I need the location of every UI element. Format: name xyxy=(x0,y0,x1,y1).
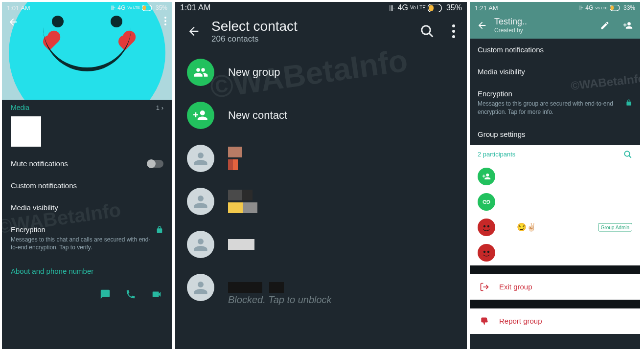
video-call-icon[interactable] xyxy=(151,289,162,300)
status-bar: 1:01 AM ⊪ 4G Vo LTE 35% xyxy=(2,2,172,14)
settings-list: Custom notifications Media visibility En… xyxy=(470,39,640,145)
toolbar: Select contact 206 contacts xyxy=(175,14,467,51)
admin-badge: Group Admin xyxy=(598,223,632,231)
new-group-row[interactable]: New group xyxy=(175,51,467,94)
report-group-label: Report group xyxy=(499,317,542,325)
toolbar-subtitle: 206 contacts xyxy=(211,34,298,44)
encryption-label: Encryption xyxy=(478,89,632,98)
volte-label: Vo LTE xyxy=(127,6,140,10)
encryption-row[interactable]: Encryption Messages to this chat and cal… xyxy=(2,219,172,258)
network-label: 4G xyxy=(585,4,593,11)
search-icon[interactable] xyxy=(623,150,632,159)
custom-notifications-row[interactable]: Custom notifications xyxy=(470,39,640,61)
profile-image[interactable] xyxy=(9,2,165,100)
status-time: 1:01 AM xyxy=(180,3,210,13)
screenshot-select-contact: 1:01 AM ⊪ 4G Vo LTE 35% Select contact 2… xyxy=(175,2,467,349)
participant-row[interactable] xyxy=(470,240,640,265)
divider xyxy=(470,300,640,308)
custom-notifications-label: Custom notifications xyxy=(478,45,544,54)
signal-icon: ⊪ xyxy=(578,4,583,11)
back-icon[interactable] xyxy=(477,20,487,31)
mute-label: Mute notifications xyxy=(11,159,68,168)
status-bar: 1:21 AM ⊪ 4G Vo LTE 33% xyxy=(470,2,640,14)
add-participants-row[interactable] xyxy=(470,164,640,189)
about-row[interactable]: About and phone number xyxy=(2,258,172,284)
thumbs-down-icon xyxy=(480,316,489,326)
group-subtitle: Created by xyxy=(494,27,527,34)
contact-name-redacted xyxy=(228,282,284,293)
toolbar-title: Select contact xyxy=(211,19,298,34)
media-visibility-row[interactable]: Media visibility xyxy=(2,197,172,219)
call-icon[interactable] xyxy=(125,289,136,300)
contact-row[interactable] xyxy=(175,180,467,223)
battery-label: 35% xyxy=(156,4,167,11)
participants-label: 2 participants xyxy=(478,151,515,158)
profile-hero xyxy=(2,2,172,100)
exit-group-label: Exit group xyxy=(499,283,532,291)
battery-icon xyxy=(428,4,444,12)
avatar-placeholder-icon xyxy=(187,145,214,172)
contact-name-redacted xyxy=(228,190,257,213)
contact-row[interactable] xyxy=(175,223,467,266)
report-group-row[interactable]: Report group xyxy=(470,308,640,334)
signal-icon: ⊪ xyxy=(389,3,396,13)
back-icon[interactable] xyxy=(187,24,201,38)
avatar-placeholder-icon xyxy=(187,231,214,258)
contact-name-redacted xyxy=(228,239,254,250)
svg-point-4 xyxy=(422,26,431,35)
mute-notifications-row[interactable]: Mute notifications xyxy=(2,153,172,175)
signal-icon: ⊪ xyxy=(111,4,115,11)
message-icon[interactable] xyxy=(100,289,111,300)
group-settings-row[interactable]: Group settings xyxy=(470,123,640,145)
new-group-label: New group xyxy=(228,66,280,79)
network-label: 4G xyxy=(398,3,408,12)
media-thumbnail[interactable] xyxy=(11,116,41,147)
overflow-menu-icon[interactable] xyxy=(164,17,166,25)
avatar xyxy=(478,219,495,236)
encryption-label: Encryption xyxy=(11,225,46,234)
about-label: About and phone number xyxy=(11,267,93,275)
media-visibility-row[interactable]: Media visibility xyxy=(470,61,640,83)
exit-icon xyxy=(480,282,489,292)
battery-label: 33% xyxy=(623,4,635,11)
invite-link-row[interactable] xyxy=(470,189,640,215)
edit-icon[interactable] xyxy=(600,21,610,30)
participants-header: 2 participants xyxy=(470,145,640,164)
battery-icon xyxy=(142,5,154,11)
svg-rect-7 xyxy=(610,6,614,10)
overflow-menu-icon[interactable] xyxy=(452,24,455,38)
exit-group-row[interactable]: Exit group xyxy=(470,274,640,300)
contact-name-redacted xyxy=(228,147,242,170)
search-icon[interactable] xyxy=(420,24,435,39)
volte-label: Vo LTE xyxy=(595,6,608,10)
svg-line-9 xyxy=(629,155,631,158)
add-participant-icon[interactable] xyxy=(622,21,633,30)
group-title: Testing.. xyxy=(494,17,527,27)
encryption-row[interactable]: Encryption Messages to this group are se… xyxy=(470,83,640,123)
media-visibility-label: Media visibility xyxy=(11,203,58,212)
new-contact-row[interactable]: New contact xyxy=(175,94,467,137)
custom-notifications-row[interactable]: Custom notifications xyxy=(2,175,172,197)
contact-row[interactable] xyxy=(175,137,467,180)
svg-rect-1 xyxy=(142,6,146,10)
svg-point-13 xyxy=(487,250,489,252)
svg-line-5 xyxy=(429,33,433,37)
svg-point-11 xyxy=(487,225,489,227)
avatar-placeholder-icon xyxy=(187,188,214,215)
back-icon[interactable] xyxy=(8,17,19,27)
custom-notifications-label: Custom notifications xyxy=(11,181,77,190)
participant-status: 😏✌🏻 xyxy=(502,222,536,232)
avatar xyxy=(478,244,495,262)
battery-icon xyxy=(610,5,621,11)
media-row[interactable]: Media 1 › xyxy=(2,100,172,113)
mute-toggle[interactable] xyxy=(148,160,163,168)
network-label: 4G xyxy=(117,4,125,11)
toolbar: Testing.. Created by xyxy=(470,14,640,39)
group-icon xyxy=(187,59,214,86)
status-time: 1:21 AM xyxy=(475,4,498,12)
svg-point-10 xyxy=(483,225,485,227)
lock-icon xyxy=(156,225,163,234)
volte-label: Vo LTE xyxy=(410,5,426,10)
participant-row[interactable]: 😏✌🏻 Group Admin xyxy=(470,215,640,240)
screenshot-group-info: 1:21 AM ⊪ 4G Vo LTE 33% Testing.. Create… xyxy=(470,2,640,349)
